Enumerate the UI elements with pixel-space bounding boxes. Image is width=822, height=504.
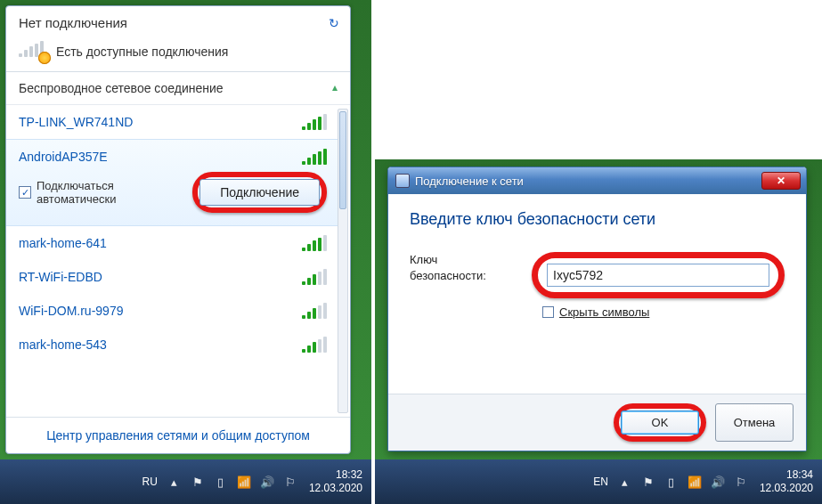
clock[interactable]: 18:32 12.03.2020 (309, 468, 362, 495)
tray-up-icon[interactable]: ▴ (167, 475, 183, 489)
network-item[interactable]: mark-home-543 (6, 328, 339, 362)
ssid-label: WiFi-DOM.ru-9979 (19, 304, 123, 318)
ssid-label: mark-home-543 (19, 337, 107, 352)
ok-button[interactable]: OK (621, 411, 699, 435)
network-center-link[interactable]: Центр управления сетями и общим доступом (6, 417, 350, 453)
flag-icon[interactable]: ⚐ (282, 475, 298, 489)
signal-icon (302, 114, 327, 130)
highlight-ring: OK (614, 403, 706, 442)
date-label: 12.03.2020 (309, 482, 362, 495)
network-item-selected[interactable]: AndroidAP357E ✓ Подключаться автоматичес… (6, 139, 339, 226)
volume-icon[interactable]: 🔊 (710, 475, 726, 489)
close-icon: ✕ (777, 175, 785, 187)
taskbar-right: EN ▴ ⚑ ▯ 📶 🔊 ⚐ 18:34 12.03.2020 (375, 459, 822, 504)
dialog-buttons: OK Отмена (388, 394, 806, 451)
network-tray-icon[interactable]: 📶 (236, 475, 252, 489)
signal-icon (302, 235, 327, 251)
flyout-header: Нет подключения ↻ (6, 6, 350, 37)
no-connection-label: Нет подключения (19, 15, 127, 30)
checkbox-icon: ✓ (19, 186, 31, 199)
ssid-label: TP-LINK_WR741ND (19, 115, 133, 129)
cancel-button[interactable]: Отмена (715, 403, 794, 442)
network-tray-icon[interactable]: 📶 (687, 475, 703, 489)
time-label: 18:34 (760, 468, 813, 482)
power-icon[interactable]: ▯ (663, 475, 680, 489)
hide-chars-checkbox[interactable]: Скрыть символы (542, 305, 785, 319)
scrollbar-thumb[interactable] (339, 111, 346, 209)
auto-connect-label: Подключаться автоматически (37, 179, 116, 206)
titlebar[interactable]: Подключение к сети ✕ (388, 167, 806, 194)
close-button[interactable]: ✕ (761, 172, 801, 190)
network-item[interactable]: RT-WiFi-EDBD (6, 260, 339, 294)
adapter-section[interactable]: Беспроводное сетевое соединение ▴ (6, 72, 350, 105)
app-icon (395, 174, 410, 188)
ssid-label: AndroidAP357E (19, 150, 108, 164)
dialog-heading: Введите ключ безопасности сети (410, 210, 785, 229)
signal-icon (302, 149, 327, 165)
language-indicator[interactable]: EN (593, 476, 608, 488)
ssid-label: RT-WiFi-EDBD (19, 270, 102, 284)
network-item[interactable]: WiFi-DOM.ru-9979 (6, 294, 339, 328)
taskbar-left: RU ▴ ⚑ ▯ 📶 🔊 ⚐ 18:32 12.03.2020 (0, 459, 371, 504)
dialog-title: Подключение к сети (415, 175, 524, 188)
selected-controls: ✓ Подключаться автоматически Подключение (19, 172, 327, 213)
status-row: Есть доступные подключения (6, 37, 350, 72)
left-screenshot: Нет подключения ↻ Есть доступные подключ… (0, 0, 371, 504)
highlight-ring (532, 252, 785, 298)
security-key-input[interactable] (547, 264, 769, 287)
security-icon[interactable]: ⚑ (640, 475, 656, 489)
scrollbar[interactable] (338, 109, 348, 413)
dialog-body: Введите ключ безопасности сети Ключ безо… (388, 194, 806, 394)
chevron-up-icon: ▴ (332, 81, 338, 93)
time-label: 18:32 (309, 468, 362, 482)
key-label: Ключ безопасности: (410, 252, 516, 283)
power-icon[interactable]: ▯ (213, 475, 229, 489)
highlight-ring: Подключение (192, 172, 327, 213)
security-icon[interactable]: ⚑ (190, 475, 206, 489)
network-list: TP-LINK_WR741ND AndroidAP357E ✓ Подключа… (6, 105, 350, 417)
network-item[interactable]: TP-LINK_WR741ND (6, 105, 339, 139)
alert-sunburst-icon (38, 52, 51, 64)
checkbox-icon (542, 306, 554, 318)
connect-button[interactable]: Подключение (199, 179, 320, 206)
tray: ▴ ⚑ ▯ 📶 🔊 ⚐ (167, 475, 298, 489)
date-label: 12.03.2020 (760, 482, 813, 495)
flag-icon[interactable]: ⚐ (733, 475, 749, 489)
ssid-label: mark-home-641 (19, 236, 107, 250)
refresh-icon[interactable]: ↻ (329, 16, 339, 30)
connect-dialog: Подключение к сети ✕ Введите ключ безопа… (387, 167, 807, 451)
wifi-status-icon (19, 41, 47, 62)
network-item[interactable]: mark-home-641 (6, 226, 339, 260)
signal-icon (302, 303, 327, 319)
tray-up-icon[interactable]: ▴ (617, 475, 633, 489)
hide-chars-label: Скрыть символы (559, 305, 649, 319)
tray: ▴ ⚑ ▯ 📶 🔊 ⚐ (617, 475, 749, 489)
volume-icon[interactable]: 🔊 (259, 475, 275, 489)
adapter-label: Беспроводное сетевое соединение (19, 81, 224, 95)
signal-icon (302, 269, 327, 285)
clock[interactable]: 18:34 12.03.2020 (760, 468, 813, 495)
right-screenshot: Подключение к сети ✕ Введите ключ безопа… (375, 159, 822, 504)
available-label: Есть доступные подключения (56, 45, 228, 59)
key-field-row: Ключ безопасности: Скрыть символы (410, 252, 785, 319)
signal-icon (302, 337, 327, 353)
auto-connect-checkbox[interactable]: ✓ Подключаться автоматически (19, 179, 116, 206)
language-indicator[interactable]: RU (142, 476, 158, 488)
network-flyout: Нет подключения ↻ Есть доступные подключ… (5, 5, 351, 454)
